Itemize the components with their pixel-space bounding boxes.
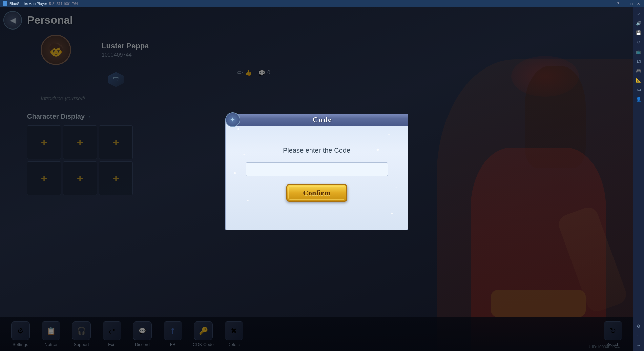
- sidebar-refresh-icon[interactable]: ↺: [635, 38, 643, 46]
- minimize-button[interactable]: ─: [622, 1, 628, 6]
- confirm-button-label: Confirm: [303, 189, 330, 197]
- bluestacks-logo: [3, 1, 7, 6]
- sparkle-6: ✦: [375, 146, 380, 154]
- app-title: BlueStacks App Player: [9, 2, 47, 6]
- sparkle-5: ✦: [243, 153, 245, 156]
- modal-title-bar: ✦ Code: [225, 112, 408, 127]
- maximize-button[interactable]: □: [628, 1, 635, 6]
- modal-prompt: Please enter the Code: [283, 147, 350, 154]
- sparkle-7: ✦: [395, 185, 397, 189]
- sidebar-volume-icon[interactable]: 🔊: [635, 19, 643, 27]
- confirm-button[interactable]: Confirm: [286, 184, 347, 202]
- sparkle-3: ✦: [246, 199, 249, 202]
- code-input[interactable]: [246, 162, 388, 176]
- help-button[interactable]: ?: [615, 1, 621, 6]
- sidebar-account-icon[interactable]: 👤: [635, 95, 643, 103]
- sparkle-8: ✦: [233, 170, 237, 176]
- window-controls: ? ─ □ ✕: [615, 1, 641, 6]
- app-version: 5.21.511.1001.P64: [49, 2, 78, 6]
- right-sidebar: ⤢ 🔊 💾 ↺ 📺 🗂 🎮 📐 🏷 👤 ⚙ ← →: [633, 7, 644, 351]
- sidebar-gamepad-icon[interactable]: 🎮: [635, 66, 643, 75]
- code-modal: ✦ Code ✦ ✦ ✦ ✦ ✦ ✦ ✦ ✦ Please enter the …: [225, 118, 408, 240]
- modal-overlay: ✦ Code ✦ ✦ ✦ ✦ ✦ ✦ ✦ ✦ Please enter the …: [0, 7, 633, 351]
- title-bar: BlueStacks App Player 5.21.511.1001.P64 …: [0, 0, 644, 7]
- sidebar-save-icon[interactable]: 💾: [635, 28, 643, 37]
- modal-body: ✦ ✦ ✦ ✦ ✦ ✦ ✦ ✦ Please enter the Code Co…: [225, 118, 408, 230]
- sidebar-tool-icon[interactable]: 📐: [635, 76, 643, 84]
- sidebar-expand-icon[interactable]: ⤢: [635, 9, 643, 18]
- modal-title: Code: [313, 115, 332, 124]
- game-area: ◀ Personal 🧒 🛡 Luster Peppa 1000409744 ✏…: [0, 7, 633, 351]
- sidebar-forward-icon[interactable]: →: [635, 341, 643, 349]
- close-button[interactable]: ✕: [635, 1, 641, 6]
- sidebar-screen-icon[interactable]: 📺: [635, 47, 643, 56]
- title-bar-left: BlueStacks App Player 5.21.511.1001.P64: [3, 1, 78, 6]
- sidebar-tag-icon[interactable]: 🏷: [635, 85, 643, 94]
- modal-title-band: Code: [237, 114, 408, 126]
- sidebar-settings-icon[interactable]: ⚙: [635, 322, 643, 330]
- modal-title-icon: ✦: [225, 112, 240, 127]
- code-icon: ✦: [230, 116, 235, 123]
- sparkle-2: ✦: [387, 133, 391, 137]
- sidebar-back-icon[interactable]: ←: [635, 331, 643, 339]
- sidebar-folder-icon[interactable]: 🗂: [635, 57, 643, 65]
- sparkle-4: ✦: [390, 211, 394, 216]
